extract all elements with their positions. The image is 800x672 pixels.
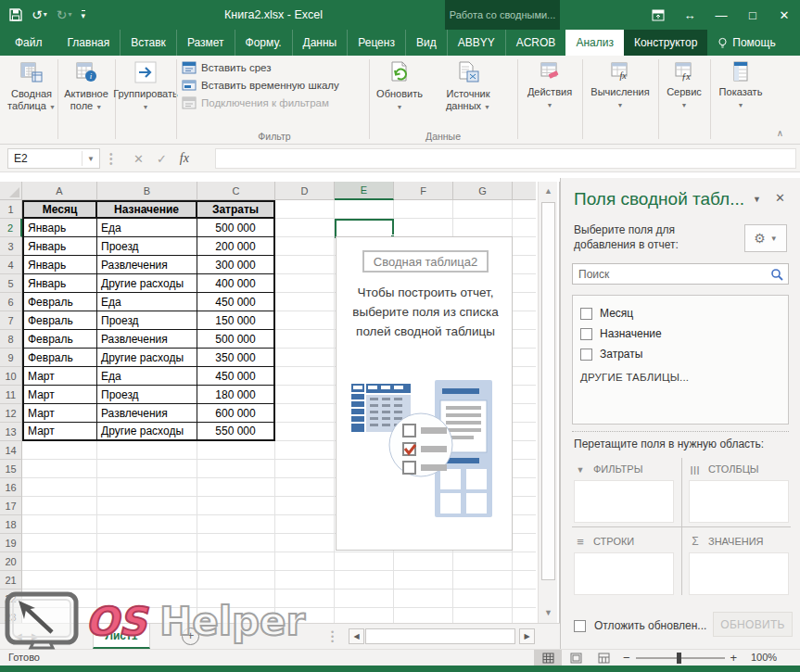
grid-cell-B18[interactable] [97, 515, 197, 534]
tools-button[interactable]: ƒx Сервис ▼ [660, 56, 708, 141]
pivot-table-placeholder[interactable]: Сводная таблица2 Чтобы построить отчет, … [336, 236, 513, 551]
grid-cell-A11[interactable]: Март [22, 386, 97, 404]
save-icon[interactable] [9, 8, 22, 21]
grid-cell-D7[interactable] [275, 311, 335, 330]
grid-cell-F1[interactable] [394, 200, 453, 219]
tab-design[interactable]: Конструктор [624, 30, 707, 56]
row-header-3[interactable]: 3 [0, 237, 22, 256]
row-header-13[interactable]: 13 [0, 423, 22, 441]
tab-abbyy[interactable]: ABBYY [448, 30, 506, 56]
active-field-button[interactable]: i Активное поле ▼ [59, 56, 113, 141]
grid-cell-C20[interactable] [197, 552, 275, 571]
grid-cell-C13[interactable]: 550 000 [197, 423, 275, 441]
grid-cell-D17[interactable] [275, 497, 335, 515]
grid-cell-B7[interactable]: Проезд [97, 311, 197, 330]
grid-cell-B13[interactable]: Другие расходы [97, 423, 197, 441]
grid-cell-G20[interactable] [453, 552, 513, 571]
column-header-A[interactable]: A [22, 182, 97, 200]
row-header-2[interactable]: 2 [0, 219, 22, 237]
customize-qat-button[interactable]: ▾ [82, 10, 86, 20]
scroll-right-icon[interactable]: ▶ [519, 628, 535, 644]
collapse-ribbon-icon[interactable]: ∧ [777, 128, 783, 138]
grid-cell-A5[interactable]: Январь [22, 274, 97, 293]
redo-button[interactable]: ↻▾ [57, 8, 72, 21]
column-header-E[interactable]: E [335, 182, 394, 200]
grid-cell-B23[interactable] [97, 608, 197, 623]
row-header-20[interactable]: 20 [0, 552, 22, 571]
field-item[interactable]: Затраты [580, 344, 788, 364]
search-box[interactable]: Поиск [572, 263, 789, 285]
grid-cell-A10[interactable]: Март [22, 367, 97, 386]
grid-cell-B3[interactable]: Проезд [97, 237, 197, 256]
grid-cell-B14[interactable] [97, 441, 197, 460]
grid-cell-C8[interactable]: 500 000 [197, 330, 275, 349]
row-header-14[interactable]: 14 [0, 441, 22, 460]
area-drop-zone[interactable] [689, 552, 789, 595]
tab-acrobat[interactable]: ACROB [506, 30, 566, 56]
area-drop-zone[interactable] [689, 480, 789, 523]
grid-cell-A1[interactable]: Месяц [22, 200, 97, 219]
grid-cell-G21[interactable] [453, 571, 513, 590]
row-header-12[interactable]: 12 [0, 404, 22, 423]
grid-cell-D16[interactable] [275, 478, 335, 497]
grid-cell-C17[interactable] [197, 497, 275, 515]
grid-cell-B22[interactable] [97, 590, 197, 608]
grid-cell-B5[interactable]: Другие расходы [97, 274, 197, 293]
grid-cell-C19[interactable] [197, 534, 275, 552]
grid-cell-B10[interactable]: Еда [97, 367, 197, 386]
grid-cell-A18[interactable] [22, 515, 97, 534]
grid-cell-C18[interactable] [197, 515, 275, 534]
tab-formulas[interactable]: Форму. [235, 30, 293, 56]
grid-cell-B19[interactable] [97, 534, 197, 552]
grid-cell-C23[interactable] [197, 608, 275, 623]
vertical-scroll-thumb[interactable] [541, 202, 555, 580]
change-data-source-button[interactable]: Источник данных ▼ [428, 56, 508, 141]
grid-cell-E23[interactable] [335, 608, 394, 623]
area-drop-zone[interactable] [574, 480, 674, 523]
row-header-11[interactable]: 11 [0, 386, 22, 404]
name-box[interactable]: E2 ▼ [7, 148, 100, 169]
grid-cell-D9[interactable] [275, 349, 335, 367]
undo-dropdown-icon[interactable]: ▾ [44, 11, 47, 19]
row-header-5[interactable]: 5 [0, 274, 22, 293]
row-header-8[interactable]: 8 [0, 330, 22, 349]
tab-signin[interactable]: Вход [790, 30, 800, 56]
field-checkbox[interactable] [580, 308, 592, 320]
grid-cell-D2[interactable] [275, 219, 335, 237]
row-header-17[interactable]: 17 [0, 497, 22, 515]
grid-cell-A16[interactable] [22, 478, 97, 497]
grid-cell-G1[interactable] [453, 200, 513, 219]
grid-cell-D18[interactable] [275, 515, 335, 534]
grid-cell-C6[interactable]: 450 000 [197, 293, 275, 311]
grid-cell-A3[interactable]: Январь [22, 237, 97, 256]
tab-help[interactable]: Помощь [707, 30, 785, 56]
more-tables-link[interactable]: ДРУГИЕ ТАБЛИЦЫ... [580, 372, 788, 383]
new-sheet-button[interactable]: + [182, 628, 199, 645]
grid-cell-B17[interactable] [97, 497, 197, 515]
column-header-D[interactable]: D [275, 182, 335, 200]
tab-insert[interactable]: Вставк [121, 30, 177, 56]
normal-view-icon[interactable] [534, 650, 562, 666]
scroll-down-icon[interactable]: ▼ [541, 606, 555, 620]
zoom-out-icon[interactable]: − [623, 651, 630, 665]
tab-review[interactable]: Реценз [348, 30, 406, 56]
tab-data[interactable]: Данны [293, 30, 349, 56]
tabbar-resize-handle[interactable]: ••• [331, 630, 334, 644]
grid-cell-D19[interactable] [275, 534, 335, 552]
grid-cell-A22[interactable] [22, 590, 97, 608]
horizontal-scroll-thumb[interactable] [365, 628, 515, 644]
sheet-nav-right-icon[interactable]: ▶ [32, 631, 39, 641]
insert-slicer-button[interactable]: Вставить срез [182, 61, 339, 74]
field-item[interactable]: Месяц [580, 303, 788, 323]
scroll-up-icon[interactable]: ▲ [541, 184, 555, 198]
column-header-B[interactable]: B [97, 182, 197, 200]
grid-cell-B2[interactable]: Еда [97, 219, 197, 237]
grid-cell-C3[interactable]: 200 000 [197, 237, 275, 256]
maximize-button[interactable]: □ [737, 0, 768, 30]
grid-cell-G23[interactable] [453, 608, 513, 623]
grid-cell-D13[interactable] [275, 423, 335, 441]
grid-cell-D22[interactable] [275, 590, 335, 608]
grid-cell-A17[interactable] [22, 497, 97, 515]
tab-file[interactable]: Файл [0, 30, 57, 56]
zoom-level[interactable]: 100% [751, 652, 777, 663]
